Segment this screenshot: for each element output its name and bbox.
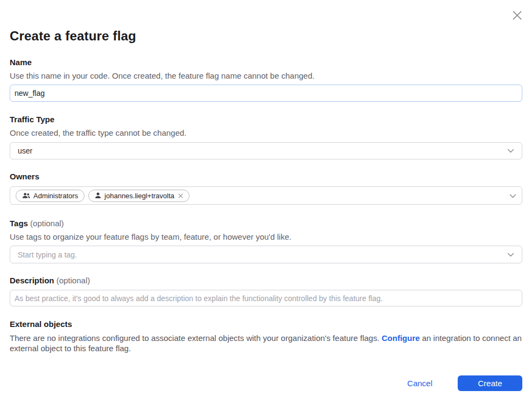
tags-optional-text: (optional) — [30, 219, 64, 228]
modal-footer: Cancel Create — [10, 375, 522, 391]
description-label: Description (optional) — [10, 276, 522, 285]
name-input[interactable] — [10, 85, 522, 102]
tags-select[interactable]: Start typing a tag. — [10, 246, 522, 263]
owner-chip-label: Administrators — [33, 192, 78, 200]
create-feature-flag-modal: Create a feature flag Name Use this name… — [0, 0, 532, 411]
traffic-type-value: user — [18, 147, 32, 155]
person-icon — [95, 192, 101, 199]
chevron-down-icon — [507, 149, 514, 153]
page-title: Create a feature flag — [10, 0, 522, 44]
chevron-down-icon — [507, 253, 514, 257]
owner-chip-user[interactable]: johannes.liegl+travolta — [88, 190, 190, 202]
chevron-down-icon — [509, 191, 516, 200]
traffic-type-select[interactable]: user — [10, 142, 522, 159]
description-label-text: Description — [10, 276, 54, 285]
external-objects-text: There are no integrations configured to … — [10, 333, 522, 353]
owners-field[interactable]: Administrators johannes.liegl+travolta — [10, 186, 522, 205]
traffic-type-label: Traffic Type — [10, 115, 522, 124]
tags-label-text: Tags — [10, 219, 28, 228]
close-icon[interactable] — [510, 8, 524, 22]
external-text-before: There are no integrations configured to … — [10, 333, 382, 343]
name-helper: Use this name in your code. Once created… — [10, 72, 522, 80]
name-label: Name — [10, 58, 522, 67]
owners-label: Owners — [10, 172, 522, 181]
configure-link[interactable]: Configure — [382, 333, 420, 343]
description-optional-text: (optional) — [57, 276, 90, 285]
remove-chip-icon[interactable] — [178, 193, 183, 198]
traffic-type-helper: Once created, the traffic type cannot be… — [10, 129, 522, 137]
cancel-button[interactable]: Cancel — [407, 379, 432, 388]
owner-chip-label: johannes.liegl+travolta — [104, 192, 174, 200]
description-input[interactable] — [10, 290, 522, 306]
tags-label: Tags (optional) — [10, 219, 522, 228]
create-button[interactable]: Create — [458, 375, 522, 391]
tags-placeholder: Start typing a tag. — [18, 250, 77, 259]
close-x-glyph — [512, 10, 523, 21]
tags-helper: Use tags to organize your feature flags … — [10, 233, 522, 241]
group-icon — [22, 192, 30, 199]
owner-chip-administrators[interactable]: Administrators — [16, 190, 85, 202]
external-objects-label: External objects — [10, 320, 522, 329]
